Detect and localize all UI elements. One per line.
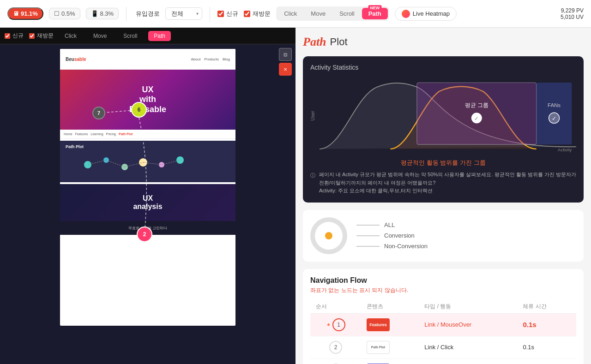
- cell-time-2: 0.1s: [517, 336, 576, 358]
- tab-scroll[interactable]: Scroll: [333, 8, 361, 19]
- entry-label: 유입경로: [136, 10, 160, 18]
- live-heatmap-button[interactable]: Live Heatmap: [395, 7, 457, 21]
- pathplot-section-title: Path Plot: [66, 144, 230, 149]
- right-panel: Path Plot Activity Statistics User: [296, 28, 591, 364]
- legend-item-all: ALL: [356, 221, 428, 228]
- site-nav: About Products Blog: [191, 57, 230, 61]
- cell-order-3: 3: [310, 358, 361, 364]
- svg-text:평균 그룹: 평균 그룹: [465, 102, 488, 108]
- nav-flow-card: Navigation Flow 좌표가 없는 노드는 표시 되지 않습니다. 순…: [303, 269, 584, 364]
- checkbox-revisit-label[interactable]: 재방문: [244, 10, 271, 18]
- site-header: Beusable About Products Blog: [60, 49, 235, 70]
- path-node-2[interactable]: 2: [137, 227, 152, 242]
- cb-new-dark[interactable]: 신규: [5, 32, 24, 40]
- stat-box-2: 📱 8.3%: [86, 8, 119, 19]
- svg-text:✓: ✓: [552, 116, 556, 121]
- entry-dropdown[interactable]: 전체 직접 검색 소셜: [165, 7, 202, 20]
- divider-2: [210, 7, 210, 21]
- checkbox-new-label[interactable]: 신규: [217, 10, 238, 18]
- left-second-toolbar: 신규 재방문 Click Move Scroll Path: [0, 28, 296, 44]
- col-header-type: 타입 / 행동: [419, 300, 517, 314]
- stat-icon-1: ☐: [54, 10, 60, 17]
- cell-content-2: Path Plot: [361, 336, 419, 358]
- uv-count: 5,010 UV: [561, 14, 584, 20]
- checkbox-new-text: 신규: [226, 10, 238, 18]
- col-header-order: 순서: [310, 300, 361, 314]
- settings-button[interactable]: ⊡: [279, 48, 292, 61]
- activity-chart-container: User 평균 그룹 ✓: [310, 77, 576, 155]
- gauge-inner: [315, 222, 343, 250]
- cell-type-2: Link / Click: [419, 336, 517, 358]
- sub-nav-item-3: Learning: [90, 132, 103, 136]
- order-number-1: 1: [332, 318, 345, 331]
- cell-type-1: Link / MouseOver: [419, 313, 517, 336]
- cell-type-3: Link / MouseOver: [419, 358, 517, 364]
- dark-tab-path[interactable]: Path: [148, 31, 171, 41]
- path-node-7[interactable]: 7: [92, 107, 105, 119]
- stat-value-1: 0.5%: [61, 10, 75, 17]
- legend-line-all: [356, 225, 380, 226]
- pathplot-section: Path Plot: [60, 141, 235, 182]
- table-row: 3LearningLink / MouseOver0s: [310, 358, 576, 364]
- nav-item-3: Blog: [223, 57, 230, 61]
- live-heatmap-label: Live Heatmap: [413, 10, 450, 17]
- path-subtitle: Plot: [330, 36, 348, 48]
- dark-tab-move[interactable]: Move: [88, 31, 112, 41]
- top-toolbar: 🖥 91.1% ☐ 0.5% 📱 8.3% 유입경로 전체 직접 검색 소셜 ▾…: [0, 0, 591, 28]
- nav-item-2: Products: [204, 57, 219, 61]
- site-mock: Beusable About Products Blog UXwithBeusa…: [60, 49, 235, 326]
- checkbox-revisit-dark[interactable]: [29, 33, 35, 39]
- y-axis-label: User: [310, 111, 315, 120]
- tab-path[interactable]: NEW Path: [362, 8, 388, 19]
- cb-revisit-dark[interactable]: 재방문: [29, 32, 54, 40]
- site-logo: Beusable: [66, 57, 86, 62]
- dark-tab-scroll[interactable]: Scroll: [118, 31, 143, 41]
- left-panel: 신규 재방문 Click Move Scroll Path Beusable A…: [0, 28, 296, 364]
- site-hero: UXwithBeusable: [60, 70, 235, 130]
- dropdown-wrapper[interactable]: 전체 직접 검색 소셜 ▾: [165, 7, 202, 20]
- sub-nav-item-5: Path Plot: [119, 132, 133, 136]
- checkbox-new[interactable]: [217, 11, 224, 17]
- path-logo-text: Path: [303, 35, 326, 49]
- activity-stats-title: Activity Statistics: [310, 64, 576, 71]
- gauge-dot: [325, 232, 332, 239]
- gauge-circle: [310, 217, 347, 254]
- svg-text:FANs: FANs: [548, 102, 561, 108]
- monitor-icon: 🖥: [13, 10, 19, 17]
- tab-click[interactable]: Click: [277, 8, 303, 19]
- divider-1: [126, 7, 127, 21]
- path-node-6[interactable]: 6: [131, 102, 147, 118]
- legend-all-label: ALL: [384, 221, 395, 228]
- cb-new-dark-label: 신규: [12, 32, 24, 40]
- close-button[interactable]: ✕: [279, 63, 292, 76]
- avg-activity-label: 평균적인 활동 범위를 가진 그룹: [310, 159, 576, 167]
- sub-nav-item-1: Home: [64, 132, 72, 136]
- pv-uv-block: 9,229 PV 5,010 UV: [561, 7, 584, 20]
- sub-nav: Home Features Learning Pricing Path Plot: [60, 130, 235, 139]
- checkbox-revisit[interactable]: [244, 11, 250, 17]
- legend-line-non-conversion: [356, 246, 380, 247]
- legend-line-conversion: [356, 235, 380, 236]
- cell-content-1: Features: [361, 313, 419, 336]
- tab-group: Click Move Scroll NEW Path: [276, 6, 389, 21]
- legend-conversion-label: Conversion: [384, 232, 415, 239]
- settings-icons: ⊡ ✕: [279, 48, 292, 76]
- dark-tab-click[interactable]: Click: [59, 31, 82, 41]
- table-row: 2Path PlotLink / Click0.1s: [310, 336, 576, 358]
- cell-order-1: ★1: [310, 313, 361, 336]
- cb-revisit-dark-label: 재방문: [37, 32, 54, 40]
- svg-text:✓: ✓: [474, 116, 479, 121]
- cell-time-3: 0s: [517, 358, 576, 364]
- path-plot-title: Path Plot: [303, 35, 584, 49]
- stat-icon-2: 📱: [91, 10, 98, 17]
- legend-items: ALL Conversion Non-Conversion: [356, 221, 428, 250]
- tab-move[interactable]: Move: [304, 8, 332, 19]
- pv-percent-button[interactable]: 🖥 91.1%: [7, 7, 43, 20]
- sub-nav-item-4: Pricing: [106, 132, 116, 136]
- checkbox-new-dark[interactable]: [5, 33, 10, 39]
- star-icon-1: ★: [326, 322, 331, 327]
- nav-flow-title: Navigation Flow: [310, 276, 576, 285]
- sub-nav-item-2: Features: [75, 132, 88, 136]
- order-number-2: 2: [329, 341, 342, 354]
- table-row: ★1FeaturesLink / MouseOver0.1s: [310, 313, 576, 336]
